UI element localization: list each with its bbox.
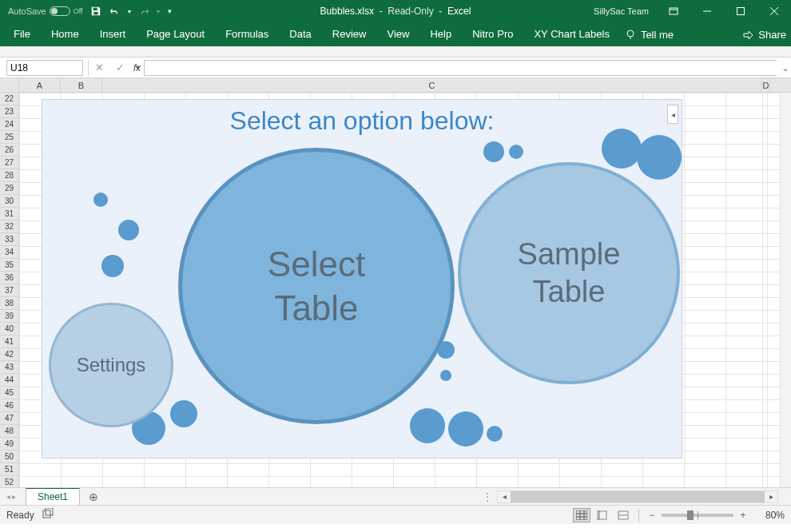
row-header[interactable]: 25	[0, 131, 18, 144]
row-header[interactable]: 30	[0, 195, 18, 208]
user-name[interactable]: SillySac Team	[594, 6, 649, 16]
row-header[interactable]: 26	[0, 144, 18, 157]
share-button[interactable]: Share	[742, 29, 786, 41]
row-header[interactable]: 47	[0, 412, 18, 425]
row-header[interactable]: 42	[0, 348, 18, 361]
view-page-break-icon[interactable]	[614, 508, 632, 522]
row-header[interactable]: 52	[0, 476, 18, 487]
column-header[interactable]: C	[102, 78, 762, 92]
sheet-tab-sheet1[interactable]: Sheet1	[26, 488, 80, 505]
row-header[interactable]: 48	[0, 425, 18, 438]
zoom-slider[interactable]	[662, 514, 733, 517]
tab-file[interactable]: File	[3, 22, 41, 46]
ribbon-display-options-icon[interactable]	[657, 0, 690, 22]
row-header[interactable]: 31	[0, 208, 18, 220]
sample-table-bubble-button[interactable]: Sample Table	[458, 162, 680, 384]
row-header[interactable]: 45	[0, 387, 18, 399]
zoom-in-button[interactable]: +	[737, 510, 749, 521]
row-header[interactable]: 49	[0, 438, 18, 451]
tab-home[interactable]: Home	[41, 22, 89, 46]
column-header[interactable]: D	[762, 78, 770, 92]
qat-customize-icon[interactable]: ▾	[168, 7, 172, 15]
sheet-nav-next-icon[interactable]: ▸	[12, 492, 16, 501]
bubble-decoration	[509, 145, 523, 159]
svg-rect-11	[576, 510, 587, 520]
fx-icon[interactable]: fx	[130, 62, 144, 73]
tab-review[interactable]: Review	[322, 22, 377, 46]
view-normal-icon[interactable]	[573, 508, 590, 522]
row-header[interactable]: 23	[0, 105, 18, 118]
row-header[interactable]: 51	[0, 463, 18, 476]
new-sheet-button[interactable]: ⊕	[85, 488, 102, 506]
tab-help[interactable]: Help	[419, 22, 462, 46]
row-header[interactable]: 28	[0, 169, 18, 182]
tab-data[interactable]: Data	[279, 22, 321, 46]
row-header[interactable]: 44	[0, 374, 18, 387]
bubble-decoration	[448, 411, 483, 447]
row-header[interactable]: 43	[0, 361, 18, 374]
save-icon[interactable]	[89, 5, 102, 18]
horizontal-scrollbar[interactable]: ◂ ▸	[497, 490, 778, 503]
svg-point-7	[627, 30, 634, 37]
settings-bubble-button[interactable]: Settings	[49, 303, 173, 427]
row-header[interactable]: 40	[0, 323, 18, 335]
chart-collapse-handle-icon[interactable]: ◂	[667, 105, 678, 124]
tab-nitro-pro[interactable]: Nitro Pro	[462, 22, 523, 46]
zoom-out-button[interactable]: −	[646, 510, 658, 521]
row-header[interactable]: 46	[0, 399, 18, 412]
maximize-icon[interactable]	[724, 0, 757, 22]
tab-scroll-split[interactable]: ⋮	[483, 491, 491, 502]
tab-insert[interactable]: Insert	[89, 22, 137, 46]
bubble-chart[interactable]: ◂ Select an option below:	[42, 99, 682, 459]
row-header[interactable]: 29	[0, 182, 18, 195]
cancel-formula-icon: ✕	[89, 62, 109, 73]
status-state: Ready	[6, 510, 34, 521]
column-headers: A B C D	[0, 78, 791, 93]
bubble-decoration	[483, 141, 504, 162]
row-header[interactable]: 32	[0, 220, 18, 233]
row-header[interactable]: 22	[0, 93, 18, 105]
row-header[interactable]: 33	[0, 233, 18, 246]
ribbon-collapsed-body	[0, 46, 791, 58]
scroll-left-icon[interactable]: ◂	[498, 492, 511, 501]
row-header[interactable]: 34	[0, 246, 18, 259]
settings-bubble-label: Settings	[77, 354, 146, 376]
row-header[interactable]: 38	[0, 297, 18, 310]
row-header[interactable]: 39	[0, 310, 18, 323]
autosave-label: AutoSave	[8, 6, 46, 16]
column-header[interactable]: A	[19, 78, 61, 92]
view-page-layout-icon[interactable]	[594, 508, 611, 522]
tell-me-search[interactable]: Tell me	[625, 29, 674, 41]
vertical-scrollbar[interactable]	[780, 93, 791, 487]
scroll-right-icon[interactable]: ▸	[765, 492, 777, 501]
row-header[interactable]: 24	[0, 118, 18, 131]
row-header[interactable]: 37	[0, 284, 18, 297]
tab-page-layout[interactable]: Page Layout	[136, 22, 215, 46]
undo-icon[interactable]	[109, 5, 121, 18]
row-header[interactable]: 27	[0, 157, 18, 169]
svg-rect-9	[43, 510, 50, 518]
column-header[interactable]: B	[61, 78, 102, 92]
zoom-value[interactable]: 80%	[753, 510, 785, 521]
cells-area[interactable]: ◂ Select an option below:	[19, 93, 791, 487]
tell-me-label: Tell me	[641, 29, 674, 41]
close-icon[interactable]	[757, 0, 791, 22]
autosave-toggle[interactable]: AutoSave Off	[8, 6, 83, 16]
tab-formulas[interactable]: Formulas	[215, 22, 279, 46]
tab-view[interactable]: View	[376, 22, 419, 46]
minimize-icon[interactable]	[690, 0, 724, 22]
macro-record-icon[interactable]	[42, 508, 54, 522]
row-header[interactable]: 35	[0, 259, 18, 272]
sheet-nav-prev-icon[interactable]: ◂	[6, 492, 10, 501]
select-all-corner[interactable]	[0, 78, 19, 92]
svg-rect-0	[93, 12, 97, 15]
tab-xy-chart-labels[interactable]: XY Chart Labels	[523, 22, 619, 46]
row-header[interactable]: 41	[0, 335, 18, 348]
row-header[interactable]: 36	[0, 272, 18, 284]
lightbulb-icon	[625, 29, 636, 40]
row-header[interactable]: 50	[0, 451, 18, 463]
expand-formula-bar-icon[interactable]: ⌄	[781, 62, 789, 73]
formula-input[interactable]	[144, 60, 777, 76]
name-box[interactable]: ▼	[6, 60, 83, 76]
select-table-bubble-button[interactable]: Select Table	[178, 148, 455, 424]
